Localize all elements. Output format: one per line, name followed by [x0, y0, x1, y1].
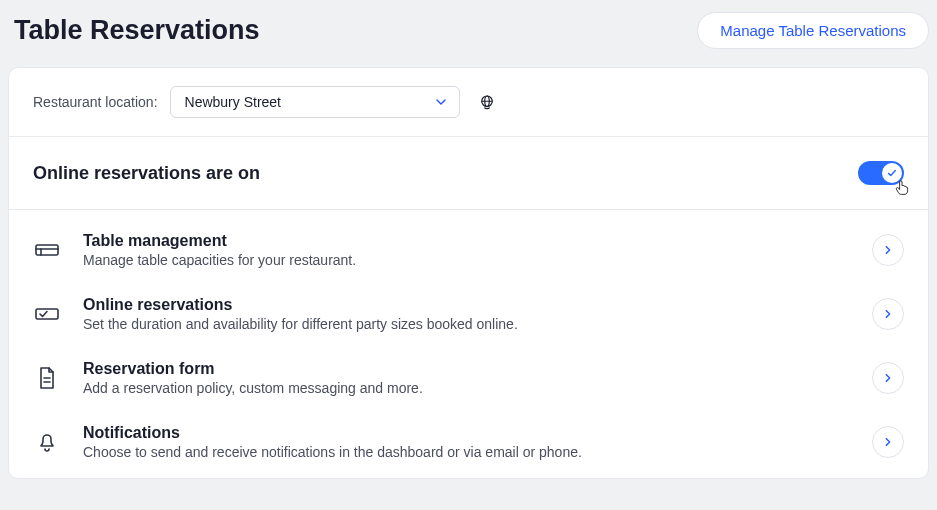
globe-icon[interactable]: [478, 93, 496, 111]
toggle-label: Online reservations are on: [33, 163, 260, 184]
setting-item-table[interactable]: Table managementManage table capacities …: [9, 218, 928, 282]
setting-text: Table managementManage table capacities …: [83, 232, 850, 268]
location-row: Restaurant location: Newbury Street: [9, 68, 928, 137]
bell-icon: [33, 428, 61, 456]
toggle-wrap: [858, 161, 904, 185]
manage-reservations-button[interactable]: Manage Table Reservations: [697, 12, 929, 49]
online-reservations-toggle[interactable]: [858, 161, 904, 185]
chevron-down-icon: [435, 96, 447, 108]
table-icon: [33, 236, 61, 264]
setting-desc: Manage table capacities for your restaur…: [83, 252, 850, 268]
setting-title: Table management: [83, 232, 850, 250]
page-title: Table Reservations: [14, 15, 260, 46]
setting-title: Reservation form: [83, 360, 850, 378]
setting-text: Reservation formAdd a reservation policy…: [83, 360, 850, 396]
check-icon: [887, 168, 897, 178]
form-icon: [33, 364, 61, 392]
setting-desc: Set the duration and availability for di…: [83, 316, 850, 332]
chevron-right-button[interactable]: [872, 426, 904, 458]
setting-title: Online reservations: [83, 296, 850, 314]
location-select[interactable]: Newbury Street: [170, 86, 460, 118]
location-label: Restaurant location:: [33, 94, 158, 110]
setting-item-form[interactable]: Reservation formAdd a reservation policy…: [9, 346, 928, 410]
chevron-right-button[interactable]: [872, 362, 904, 394]
online-reservations-toggle-row: Online reservations are on: [9, 137, 928, 210]
setting-item-online[interactable]: Online reservationsSet the duration and …: [9, 282, 928, 346]
online-icon: [33, 300, 61, 328]
chevron-right-icon: [883, 309, 893, 319]
settings-list: Table managementManage table capacities …: [9, 210, 928, 478]
setting-text: NotificationsChoose to send and receive …: [83, 424, 850, 460]
settings-card: Restaurant location: Newbury Street Onli…: [8, 67, 929, 479]
setting-text: Online reservationsSet the duration and …: [83, 296, 850, 332]
toggle-knob: [882, 163, 902, 183]
chevron-right-button[interactable]: [872, 298, 904, 330]
setting-desc: Choose to send and receive notifications…: [83, 444, 850, 460]
setting-item-bell[interactable]: NotificationsChoose to send and receive …: [9, 410, 928, 474]
svg-rect-3: [36, 245, 58, 255]
setting-title: Notifications: [83, 424, 850, 442]
location-value: Newbury Street: [185, 94, 281, 110]
chevron-right-icon: [883, 245, 893, 255]
chevron-right-icon: [883, 437, 893, 447]
chevron-right-button[interactable]: [872, 234, 904, 266]
setting-desc: Add a reservation policy, custom messagi…: [83, 380, 850, 396]
page-header: Table Reservations Manage Table Reservat…: [0, 0, 937, 67]
chevron-right-icon: [883, 373, 893, 383]
